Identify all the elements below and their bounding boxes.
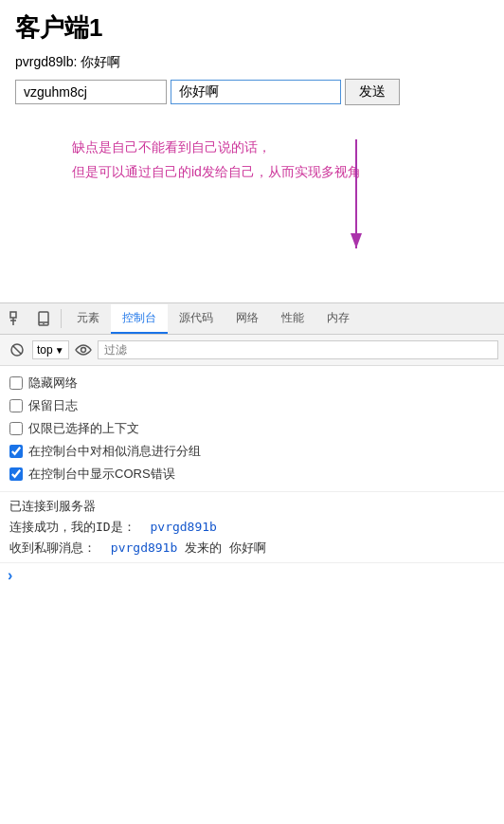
- cors-errors-checkbox[interactable]: [9, 467, 23, 481]
- annotation-line-1: 缺点是自己不能看到自己说的话，: [72, 139, 489, 156]
- prompt-caret: ›: [8, 567, 12, 584]
- browser-content: 客户端1 pvrgd89lb: 你好啊 发送 缺点是自己不能看到自己说的话， 但…: [0, 0, 504, 302]
- devtools-panel: 元素 控制台 源代码 网络 性能 内存 top ▼: [0, 302, 504, 588]
- preserve-log-label: 保留日志: [28, 397, 78, 414]
- tab-network[interactable]: 网络: [225, 304, 270, 334]
- eye-icon[interactable]: [73, 339, 94, 360]
- recipient-id-input[interactable]: [15, 80, 167, 104]
- devtools-tabs: 元素 控制台 源代码 网络 性能 内存: [0, 303, 504, 335]
- tab-sources[interactable]: 源代码: [168, 304, 225, 334]
- option-preserve-log: 保留日志: [9, 394, 495, 417]
- annotation-area: 缺点是自己不能看到自己说的话， 但是可以通过自己的id发给自己，从而实现多视角: [15, 120, 489, 191]
- log-id-value: pvrgd891b: [150, 520, 216, 534]
- tab-performance[interactable]: 性能: [270, 304, 315, 334]
- status-line: pvrgd89lb: 你好啊: [15, 54, 489, 71]
- tab-console[interactable]: 控制台: [111, 304, 168, 334]
- log-text-msg: 收到私聊消息：: [9, 540, 96, 555]
- annotation-line-2: 但是可以通过自己的id发给自己，从而实现多视角: [72, 164, 489, 181]
- hide-network-checkbox[interactable]: [9, 376, 23, 390]
- selected-context-checkbox[interactable]: [9, 422, 23, 435]
- hide-network-label: 隐藏网络: [28, 375, 78, 392]
- preserve-log-checkbox[interactable]: [9, 399, 23, 412]
- option-hide-network: 隐藏网络: [9, 372, 495, 394]
- devtools-toolbar: top ▼: [0, 335, 504, 366]
- group-similar-label: 在控制台中对相似消息进行分组: [28, 443, 201, 460]
- svg-rect-2: [10, 312, 16, 318]
- send-button[interactable]: 发送: [345, 79, 400, 105]
- option-group-similar: 在控制台中对相似消息进行分组: [9, 440, 495, 463]
- log-line-msg: 收到私聊消息： pvrgd891b 发来的 你好啊: [9, 538, 495, 558]
- log-line-id: 连接成功，我的ID是： pvrgd891b: [9, 517, 495, 538]
- svg-point-10: [81, 348, 85, 353]
- context-selector[interactable]: top ▼: [32, 340, 69, 359]
- dropdown-icon: ▼: [55, 345, 64, 356]
- log-text-id: 连接成功，我的ID是：: [9, 520, 135, 534]
- tab-memory[interactable]: 内存: [315, 304, 361, 334]
- devtools-prompt: ›: [0, 562, 504, 588]
- log-line-connected: 已连接到服务器: [9, 496, 495, 517]
- filter-input[interactable]: [98, 340, 498, 359]
- block-icon[interactable]: [6, 339, 28, 361]
- option-cors-errors: 在控制台中显示CORS错误: [9, 463, 495, 485]
- log-msg-id: pvrgd891b: [111, 540, 177, 555]
- log-text-connected: 已连接到服务器: [9, 499, 96, 513]
- message-input[interactable]: [171, 80, 341, 104]
- cors-errors-label: 在控制台中显示CORS错误: [28, 466, 175, 483]
- log-msg-suffix: 发来的 你好啊: [185, 540, 266, 555]
- svg-line-9: [13, 346, 22, 355]
- context-label: top: [37, 343, 53, 357]
- selected-context-label: 仅限已选择的上下文: [28, 420, 139, 437]
- page-title: 客户端1: [15, 11, 489, 45]
- status-text: pvrgd89lb: 你好啊: [15, 54, 120, 69]
- inspect-icon[interactable]: [4, 303, 30, 334]
- tab-elements[interactable]: 元素: [65, 304, 111, 334]
- svg-point-7: [43, 323, 45, 325]
- devtools-log: 已连接到服务器 连接成功，我的ID是： pvrgd891b 收到私聊消息： pv…: [0, 491, 504, 562]
- input-row: 发送: [15, 79, 489, 105]
- option-selected-context: 仅限已选择的上下文: [9, 417, 495, 440]
- group-similar-checkbox[interactable]: [9, 445, 23, 458]
- devtools-options: 隐藏网络 保留日志 仅限已选择的上下文 在控制台中对相似消息进行分组 在控制台中…: [0, 366, 504, 491]
- device-icon[interactable]: [30, 303, 57, 334]
